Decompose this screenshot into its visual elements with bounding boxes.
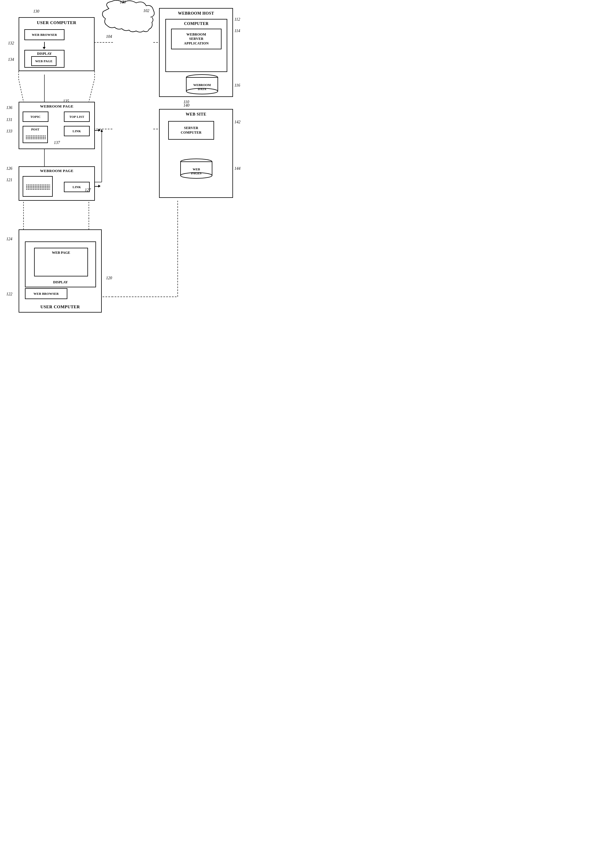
ref-114: 114: [234, 29, 240, 33]
webroom-page-low-box: WEBROOM PAGE LINK: [19, 166, 95, 201]
ref-135: 135: [63, 99, 69, 103]
post-low-waves: [26, 185, 50, 189]
web-browser-top-label: WEB BROWSER: [32, 33, 57, 37]
web-page-top-box: WEB PAGE: [31, 56, 56, 66]
top-list-label: TOP LIST: [69, 115, 84, 119]
ref-116: 116: [234, 83, 240, 88]
server-computer-label: SERVER COMPUTER: [181, 126, 201, 135]
webroom-page-mid-label: WEBROOM PAGE: [40, 104, 73, 109]
top-list-box: TOP LIST: [64, 111, 90, 122]
ref-112: 112: [234, 17, 240, 22]
svg-text:WEB: WEB: [193, 167, 200, 171]
ref-127: 127: [85, 188, 91, 192]
post-low-box: [23, 176, 53, 197]
webroom-server-app-box: WEBROOM SERVER APPLICATION: [171, 29, 222, 49]
ref-137: 137: [54, 141, 60, 145]
ref-100: 100: [120, 0, 126, 5]
ref-136: 136: [6, 106, 12, 110]
computer-label: COMPUTER: [184, 21, 209, 27]
web-site-box: WEB SITE SERVER COMPUTER WEB PAGES: [159, 109, 233, 198]
display-top-label: DISPLAY: [37, 52, 52, 56]
display-bottom-label: DISPLAY: [53, 280, 68, 285]
ref-126: 126: [6, 166, 12, 171]
link-mid-label: LINK: [72, 129, 81, 133]
web-browser-top-box: WEB BROWSER: [24, 29, 64, 40]
web-site-label: WEB SITE: [186, 112, 206, 117]
computer-box: COMPUTER WEBROOM SERVER APPLICATION: [165, 19, 227, 72]
ref-134: 134: [8, 57, 14, 62]
display-top-box: DISPLAY WEB PAGE: [24, 50, 64, 68]
ref-144: 144: [234, 166, 240, 171]
ref-131: 131: [6, 117, 12, 122]
web-pages-cylinder: WEB PAGES: [179, 158, 214, 180]
ref-132: 132: [8, 41, 14, 45]
ref-140: 140: [183, 103, 189, 108]
ref-124: 124: [6, 237, 12, 241]
topic-label: TOPIC: [30, 115, 41, 119]
svg-text:PAGES: PAGES: [191, 172, 201, 175]
post-box: POST: [23, 126, 48, 143]
webroom-page-low-label: WEBROOM PAGE: [40, 169, 73, 174]
ref-133: 133: [6, 129, 12, 134]
web-browser-bottom-label: WEB BROWSER: [34, 292, 59, 296]
webroom-server-app-label: WEBROOM SERVER APPLICATION: [184, 33, 209, 46]
ref-104: 104: [106, 34, 112, 39]
ref-122: 122: [6, 292, 12, 297]
svg-line-33: [89, 79, 95, 102]
ref-142: 142: [234, 120, 240, 124]
web-page-bottom-label: WEB PAGE: [52, 250, 70, 255]
svg-marker-14: [101, 129, 103, 132]
web-page-top-label: WEB PAGE: [35, 59, 53, 63]
server-computer-box: SERVER COMPUTER: [168, 121, 214, 140]
webroom-host-label: WEBROOM HOST: [178, 11, 214, 16]
web-browser-bottom-box: WEB BROWSER: [25, 288, 67, 299]
svg-line-31: [19, 79, 23, 102]
diagram: USER COMPUTER WEB BROWSER DISPLAY WEB PA…: [0, 0, 247, 347]
svg-text:DATA: DATA: [198, 87, 206, 91]
svg-text:WEBROOM: WEBROOM: [193, 83, 211, 87]
ref-102: 102: [143, 9, 149, 13]
post-label: POST: [31, 128, 39, 131]
webroom-host-box: WEBROOM HOST COMPUTER WEBROOM SERVER APP…: [159, 8, 233, 97]
ref-130: 130: [33, 9, 39, 14]
link-mid-box: LINK: [64, 126, 90, 136]
user-computer-bottom-label: USER COMPUTER: [41, 304, 80, 310]
display-bottom-box: DISPLAY WEB PAGE: [25, 241, 96, 287]
user-computer-bottom-box: USER COMPUTER WEB BROWSER DISPLAY WEB PA…: [19, 229, 102, 313]
ref-121: 121: [6, 178, 12, 182]
ref-120: 120: [106, 276, 112, 280]
post-waves: [26, 136, 46, 139]
user-computer-top-label: USER COMPUTER: [37, 20, 76, 26]
webroom-data-cylinder: WEBROOM DATA: [185, 74, 219, 95]
link-low-label: LINK: [72, 185, 81, 189]
topic-box: TOPIC: [23, 111, 48, 122]
user-computer-top-box: USER COMPUTER WEB BROWSER DISPLAY WEB PA…: [19, 17, 95, 71]
web-page-bottom-box: WEB PAGE: [34, 248, 88, 277]
